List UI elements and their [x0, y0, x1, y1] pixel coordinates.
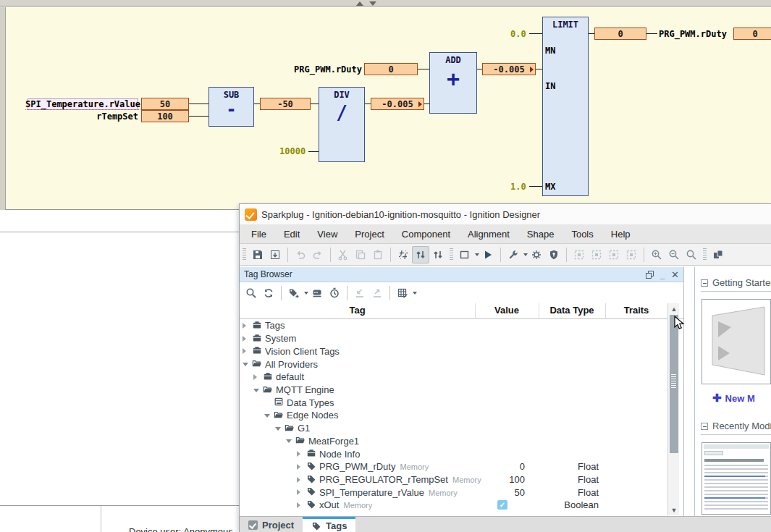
fbd-input-value-box[interactable]: 50: [141, 98, 189, 110]
undo-button[interactable]: [292, 246, 309, 263]
align-center-button[interactable]: [588, 246, 605, 263]
menu-tools[interactable]: Tools: [563, 229, 602, 240]
tag-row-spi-temperature-rvalue[interactable]: SPI_Temperature_rValueMemory50Float: [240, 486, 667, 499]
fbd-add-block[interactable]: ADD +: [429, 52, 477, 114]
preview-play-button[interactable]: [479, 246, 497, 263]
toolbar-grip[interactable]: [703, 248, 707, 261]
refresh-button[interactable]: [260, 284, 277, 302]
fbd-limit-block[interactable]: LIMIT MN IN MX: [542, 17, 589, 196]
menu-file[interactable]: File: [240, 229, 275, 240]
tag-browser-header[interactable]: Tag Browser _ ✕: [240, 267, 683, 282]
fbd-pwm-feedback-label[interactable]: PRG_PWM.rDuty: [284, 64, 362, 75]
close-panel-icon[interactable]: ✕: [671, 269, 679, 280]
tag-row-all-providers[interactable]: All Providers: [240, 358, 667, 371]
new-project-link[interactable]: ✚ New M: [712, 392, 771, 405]
opc-browse-button[interactable]: [308, 284, 326, 302]
window-titlebar[interactable]: Sparkplug - Ignition-debian10-ignition-m…: [240, 204, 771, 224]
import-tags-button[interactable]: [351, 284, 368, 302]
fbd-output-label[interactable]: PRG_PWM.rDuty: [659, 29, 727, 39]
float-panel-icon[interactable]: [646, 271, 654, 279]
scroll-down-icon[interactable]: ▼: [668, 504, 680, 515]
zoom-in-button[interactable]: [648, 246, 665, 263]
tag-row-xout[interactable]: xOutMemory✓Boolean: [240, 499, 667, 512]
getting-started-section[interactable]: Getting Started: [701, 277, 771, 288]
tag-row-g1[interactable]: G1: [240, 422, 667, 435]
scroll-up-icon[interactable]: ▲: [668, 303, 680, 314]
expand-arrow-icon[interactable]: [297, 477, 300, 483]
copy-button[interactable]: [352, 246, 369, 263]
fbd-pwm-feedback-box[interactable]: 0: [364, 63, 418, 75]
recent-project-thumbnail[interactable]: [702, 442, 771, 515]
tag-row-system[interactable]: System: [240, 332, 667, 345]
tab-tags[interactable]: Tags: [303, 517, 355, 532]
search-icon[interactable]: [243, 284, 260, 302]
paste-button[interactable]: [369, 246, 387, 263]
fbd-tempset-value-box[interactable]: 100: [141, 110, 189, 122]
collapse-arrow-icon[interactable]: [253, 389, 259, 392]
redo-button[interactable]: [309, 246, 326, 263]
expand-arrow-icon[interactable]: [253, 374, 257, 380]
shape-tool-button[interactable]: [456, 246, 473, 263]
column-header-tag[interactable]: Tag: [240, 305, 475, 316]
menu-alignment[interactable]: Alignment: [459, 229, 518, 240]
vertical-scrollbar[interactable]: ▲ ▼: [667, 303, 679, 515]
tag-value[interactable]: 100: [475, 474, 539, 485]
menu-project[interactable]: Project: [346, 229, 392, 240]
column-header-traits[interactable]: Traits: [605, 305, 667, 316]
zoom-reset-button[interactable]: [683, 246, 700, 263]
column-header-value[interactable]: Value: [475, 305, 539, 316]
tag-row-mqtt-engine[interactable]: MQTT Engine: [240, 384, 667, 397]
splitter-up-icon[interactable]: [356, 1, 363, 6]
toolbar-grip[interactable]: [450, 248, 453, 261]
tag-history-button[interactable]: [326, 284, 343, 302]
tag-value[interactable]: 0: [475, 461, 539, 472]
tag-row-vision-client-tags[interactable]: Vision Client Tags: [240, 345, 667, 358]
fbd-div-block[interactable]: DIV /: [319, 87, 365, 162]
expand-arrow-icon[interactable]: [243, 348, 246, 354]
menu-edit[interactable]: Edit: [275, 229, 308, 240]
fbd-sub-out-box[interactable]: -50: [260, 98, 311, 110]
menu-view[interactable]: View: [308, 229, 346, 240]
export-tags-button[interactable]: [368, 284, 386, 302]
tools-button[interactable]: [505, 246, 522, 263]
security-button[interactable]: [545, 246, 563, 263]
toolbar-grip[interactable]: [243, 248, 246, 261]
boolean-checkbox[interactable]: ✓: [497, 500, 507, 510]
minimize-panel-icon[interactable]: _: [660, 271, 665, 279]
expand-arrow-icon[interactable]: [297, 464, 300, 470]
collapse-icon[interactable]: [701, 279, 708, 287]
fbd-sub-block[interactable]: SUB -: [208, 87, 254, 127]
collapse-arrow-icon[interactable]: [264, 414, 270, 418]
fbd-limit-mn-constant[interactable]: 0.0: [510, 29, 526, 39]
fbd-add-out-box[interactable]: -0.005: [482, 63, 536, 75]
tab-project[interactable]: Project: [240, 517, 303, 532]
tag-value[interactable]: 50: [475, 487, 539, 498]
column-header-datatype[interactable]: Data Type: [539, 305, 605, 316]
tag-row-prg-pwm-rduty[interactable]: PRG_PWM_rDutyMemory0Float: [240, 460, 667, 473]
collapse-icon[interactable]: [701, 423, 708, 430]
fbd-limit-out-box[interactable]: 0: [594, 28, 646, 40]
fbd-div-out-box[interactable]: -0.005: [371, 98, 424, 110]
collapse-arrow-icon[interactable]: [275, 427, 281, 431]
fbd-output-value-box[interactable]: 0: [733, 28, 771, 40]
align-left-button[interactable]: [570, 246, 588, 263]
fbd-limit-mx-constant[interactable]: 1.0: [510, 182, 526, 192]
fbd-input-variable[interactable]: SPI_Temperature.rValue: [28, 98, 138, 110]
recently-modified-section[interactable]: Recently Modif: [701, 421, 771, 431]
expand-arrow-icon[interactable]: [297, 489, 300, 495]
expand-arrow-icon[interactable]: [243, 323, 246, 329]
dropdown-caret-icon[interactable]: [413, 292, 417, 295]
menu-shape[interactable]: Shape: [518, 229, 563, 240]
fbd-div-in2-constant[interactable]: 10000: [279, 146, 306, 156]
preview-mode-button[interactable]: [412, 246, 429, 263]
edit-columns-button[interactable]: [394, 284, 411, 302]
splitter-down-icon[interactable]: [369, 1, 376, 6]
menu-component[interactable]: Component: [393, 229, 459, 240]
tag-row-tags[interactable]: Tags: [240, 319, 667, 332]
tag-row-meatforge1[interactable]: MeatForge1: [240, 434, 667, 447]
swap-orientation-button[interactable]: [429, 246, 447, 263]
collapse-arrow-icon[interactable]: [286, 439, 292, 443]
save-button[interactable]: [249, 246, 266, 263]
scrollbar-thumb[interactable]: [670, 315, 679, 453]
menu-help[interactable]: Help: [602, 229, 639, 240]
